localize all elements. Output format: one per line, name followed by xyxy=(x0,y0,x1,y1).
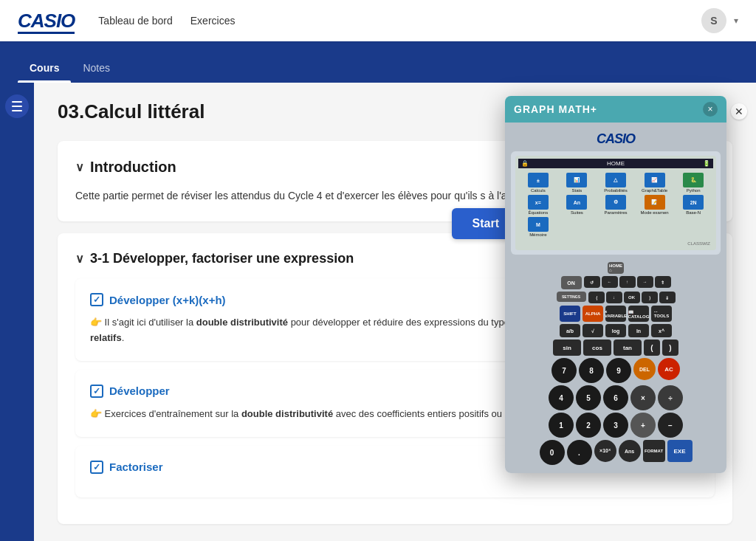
btn-sqrt[interactable]: √ xyxy=(583,324,603,337)
btn-divide[interactable]: ÷ xyxy=(658,385,683,410)
btn-on[interactable]: ON xyxy=(561,276,582,289)
btn-6[interactable]: 6 xyxy=(603,385,628,410)
user-avatar[interactable]: S xyxy=(701,8,726,33)
btn-0[interactable]: 0 xyxy=(540,440,565,465)
btn-ln[interactable]: ln xyxy=(628,324,649,337)
calculator-window: GRAPH MATH+ × CASIO 🔒 HOME xyxy=(505,96,726,473)
btn-log[interactable]: log xyxy=(605,324,626,337)
screen-app-python[interactable]: 🐍 Python xyxy=(675,173,712,193)
btn-nav-right[interactable]: ⟩ xyxy=(642,292,658,303)
btn-alpha[interactable]: ALPHA xyxy=(583,306,603,322)
screen-app-icon-stats: 📊 xyxy=(566,173,587,187)
btn-tools[interactable]: ···TOOLS xyxy=(651,306,672,322)
btn-tan[interactable]: tan xyxy=(614,340,642,356)
btn-frac[interactable]: a/b xyxy=(560,324,580,337)
btn-5[interactable]: 5 xyxy=(576,385,601,410)
user-dropdown-chevron[interactable]: ▾ xyxy=(734,15,738,26)
calc-titlebar: GRAPH MATH+ × xyxy=(505,96,726,123)
calc-screen-header: 🔒 HOME 🔋 xyxy=(518,159,713,168)
screen-app-graph[interactable]: 📈 Graph&Table xyxy=(636,173,673,193)
screen-app-stats[interactable]: 📊 Stats xyxy=(559,173,596,193)
btn-sin[interactable]: sin xyxy=(553,340,581,356)
calc-titlebar-close[interactable]: × xyxy=(703,102,718,117)
screen-app-label-graph: Graph&Table xyxy=(642,188,667,193)
btn-paren-open[interactable]: ( xyxy=(644,340,660,356)
btn-home[interactable]: HOME⌂ xyxy=(608,262,624,274)
sidebar-toggle xyxy=(0,83,34,541)
btn-right[interactable]: → xyxy=(637,276,653,288)
calc-brand-logo: CASIO xyxy=(597,131,635,147)
classwiz-label: CLASSWIZ xyxy=(518,240,713,247)
btn-plus[interactable]: + xyxy=(630,413,656,438)
btn-format[interactable]: FORMAT xyxy=(643,440,665,462)
hamburger-line-1 xyxy=(12,101,22,103)
btn-back[interactable]: ↺ xyxy=(584,276,600,288)
btn-ac[interactable]: AC xyxy=(658,358,680,380)
screen-app-suites[interactable]: An Suites xyxy=(559,195,596,215)
calc-title-text: GRAPH MATH+ xyxy=(514,103,597,115)
btn-double-up[interactable]: ⇑ xyxy=(655,276,671,288)
btn-up[interactable]: ↑ xyxy=(619,276,636,288)
screen-app-icon-eq: x= xyxy=(528,195,549,210)
screen-app-exam[interactable]: 📝 Mode examen xyxy=(636,195,673,215)
screen-app-icon-python: 🐍 xyxy=(683,173,704,187)
screen-home-text: HOME xyxy=(607,160,625,167)
casio-logo: CASIO xyxy=(18,10,75,32)
screen-app-icon-proba: △ xyxy=(605,173,626,187)
btn-3[interactable]: 3 xyxy=(603,413,628,438)
btn-9[interactable]: 9 xyxy=(606,358,631,383)
hamburger-button[interactable] xyxy=(5,94,29,118)
chevron-3-1-icon[interactable]: ∨ xyxy=(75,252,84,266)
btn-shift[interactable]: SHIFT xyxy=(560,306,580,322)
nav-cluster: ↺ ← ↑ → ⇑ xyxy=(584,276,671,289)
btn-1[interactable]: 1 xyxy=(549,413,574,438)
calc-row-trig: sin cos tan ( ) xyxy=(511,340,721,356)
nav-exercices[interactable]: Exercices xyxy=(190,15,236,27)
main-layout: 03.Calcul littéral ∨ Introduction Tout r… xyxy=(0,83,756,541)
screen-app-eq[interactable]: x= Équations xyxy=(520,195,557,215)
btn-exe[interactable]: EXE xyxy=(667,440,693,462)
screen-app-mem[interactable]: M Mémoire xyxy=(520,217,557,237)
tab-cours[interactable]: Cours xyxy=(18,53,71,83)
chevron-intro-icon[interactable]: ∨ xyxy=(75,160,84,174)
screen-app-proba[interactable]: △ Probabilités xyxy=(597,173,634,193)
screen-app-label-python: Python xyxy=(687,188,701,193)
screen-app-icon-mem: M xyxy=(528,217,549,232)
btn-variable[interactable]: xVARIABLE xyxy=(605,306,626,322)
btn-cos[interactable]: cos xyxy=(583,340,611,356)
btn-4[interactable]: 4 xyxy=(549,385,574,410)
btn-multiply[interactable]: × xyxy=(630,385,656,410)
btn-settings[interactable]: SETTINGS xyxy=(557,292,586,302)
btn-left[interactable]: ← xyxy=(602,276,618,288)
checkbox-1[interactable]: ✓ xyxy=(90,293,103,306)
btn-power[interactable]: x^ xyxy=(651,324,672,337)
screen-app-calculs[interactable]: ± Calculs xyxy=(520,173,557,193)
btn-7[interactable]: 7 xyxy=(551,358,577,383)
btn-double-down[interactable]: ⇓ xyxy=(659,292,676,303)
checkbox-2[interactable]: ✓ xyxy=(90,385,103,398)
btn-nav-down[interactable]: ↓ xyxy=(606,292,622,303)
btn-catalog[interactable]: 📖CATALOG xyxy=(628,306,649,322)
screen-app-label-proba: Probabilités xyxy=(604,188,627,193)
calc-row-home: HOME⌂ xyxy=(511,262,721,274)
screen-app-icon-calculs: ± xyxy=(528,173,549,187)
btn-xe10[interactable]: ×10ˣ xyxy=(594,440,616,462)
btn-nav-left[interactable]: ⟨ xyxy=(588,292,605,303)
btn-ans[interactable]: Ans xyxy=(619,440,641,462)
btn-2[interactable]: 2 xyxy=(576,413,601,438)
calc-outer-close[interactable]: ✕ xyxy=(731,103,747,120)
btn-paren-close[interactable]: ) xyxy=(662,340,678,356)
screen-app-params[interactable]: ⚙ Paramètres xyxy=(597,195,634,215)
secondary-nav: Cours Notes xyxy=(0,41,756,83)
checkbox-3[interactable]: ✓ xyxy=(90,461,103,474)
tab-notes[interactable]: Notes xyxy=(71,53,122,83)
nav-tableau-de-bord[interactable]: Tableau de bord xyxy=(98,15,172,27)
btn-minus[interactable]: − xyxy=(658,413,683,438)
btn-del[interactable]: DEL xyxy=(633,358,656,380)
screen-app-base[interactable]: 2N Base-N xyxy=(675,195,712,215)
screen-app-icon-params: ⚙ xyxy=(605,195,626,210)
calc-row-math: a/b √ log ln x^ xyxy=(511,324,721,337)
btn-8[interactable]: 8 xyxy=(579,358,604,383)
btn-dot[interactable]: . xyxy=(567,440,592,465)
btn-ok[interactable]: OK xyxy=(624,292,640,303)
